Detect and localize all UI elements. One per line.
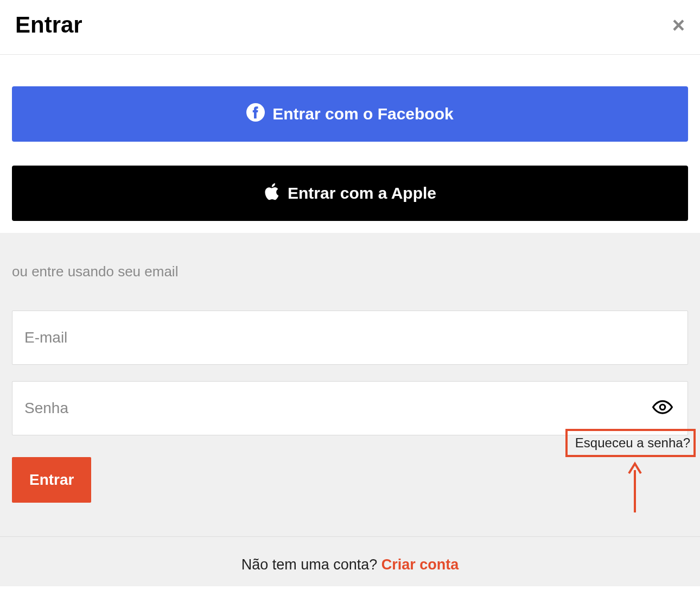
facebook-login-label: Entrar com o Facebook <box>272 105 453 123</box>
svg-point-1 <box>660 404 665 410</box>
annotation-highlight-box: Esqueceu a senha? <box>565 429 696 457</box>
submit-login-button[interactable]: Entrar <box>12 457 91 503</box>
password-wrapper <box>12 381 688 435</box>
social-login-section: Entrar com o Facebook Entrar com a Apple <box>0 55 700 233</box>
facebook-login-button[interactable]: Entrar com o Facebook <box>12 86 688 142</box>
email-login-section: ou entre usando seu email Esqueceu a sen… <box>0 233 700 515</box>
eye-icon[interactable] <box>652 397 673 420</box>
apple-login-button[interactable]: Entrar com a Apple <box>12 166 688 221</box>
email-prompt-text: ou entre usando seu email <box>12 263 688 280</box>
modal-title: Entrar <box>15 12 82 38</box>
password-input[interactable] <box>12 381 688 435</box>
signup-prompt-text: Não tem uma conta? <box>241 556 381 573</box>
forgot-password-row: Esqueceu a senha? <box>12 429 688 457</box>
spacer <box>0 515 700 536</box>
forgot-password-link[interactable]: Esqueceu a senha? <box>575 435 690 450</box>
modal-header: Entrar × <box>0 0 700 55</box>
create-account-link[interactable]: Criar conta <box>381 556 459 573</box>
apple-icon <box>264 182 280 205</box>
facebook-icon <box>246 103 265 125</box>
email-input[interactable] <box>12 311 688 365</box>
submit-row: Entrar <box>12 457 688 503</box>
arrow-up-icon <box>627 460 642 515</box>
close-icon[interactable]: × <box>672 14 685 36</box>
signup-footer: Não tem uma conta? Criar conta <box>0 536 700 586</box>
apple-login-label: Entrar com a Apple <box>288 184 436 202</box>
